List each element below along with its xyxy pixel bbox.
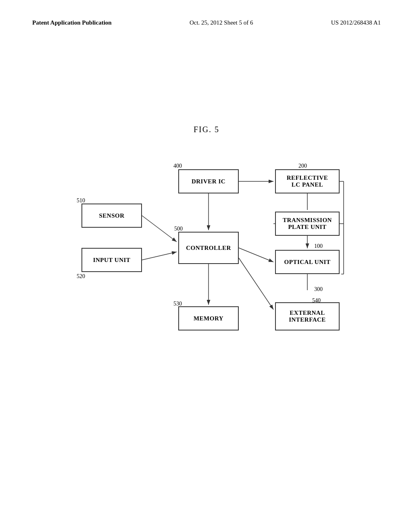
ref-100: 100 [314, 243, 323, 249]
ref-510: 510 [77, 197, 85, 204]
patent-number-label: US 2012/268438 A1 [331, 19, 381, 26]
optical-unit-box: OPTICAL UNIT [275, 250, 340, 274]
figure-label: FIG. 5 [194, 125, 219, 134]
memory-box: MEMORY [178, 306, 239, 330]
publication-label: Patent Application Publication [32, 19, 112, 26]
svg-line-11 [142, 216, 177, 242]
reflective-lc-panel-box: REFLECTIVE LC PANEL [275, 169, 340, 193]
svg-line-12 [142, 252, 177, 260]
ref-500: 500 [174, 226, 183, 232]
arrows-svg [65, 157, 348, 399]
transmission-plate-box: TRANSMISSION PLATE UNIT [275, 212, 340, 236]
controller-box: CONTROLLER [178, 232, 239, 264]
ref-200: 200 [298, 163, 307, 169]
ref-400: 400 [173, 163, 182, 169]
ref-520: 520 [77, 273, 85, 280]
external-interface-box: EXTERNAL INTERFACE [275, 302, 340, 330]
date-sheet-label: Oct. 25, 2012 Sheet 5 of 6 [190, 19, 253, 26]
svg-line-14 [239, 258, 273, 310]
ref-300: 300 [314, 286, 323, 293]
sensor-box: SENSOR [81, 204, 142, 228]
page-header: Patent Application Publication Oct. 25, … [0, 19, 413, 26]
driver-ic-box: DRIVER IC [178, 169, 239, 193]
svg-line-4 [239, 248, 273, 262]
input-unit-box: INPUT UNIT [81, 248, 142, 272]
block-diagram: 400 200 500 100 510 520 530 540 300 DRIV… [65, 157, 348, 399]
